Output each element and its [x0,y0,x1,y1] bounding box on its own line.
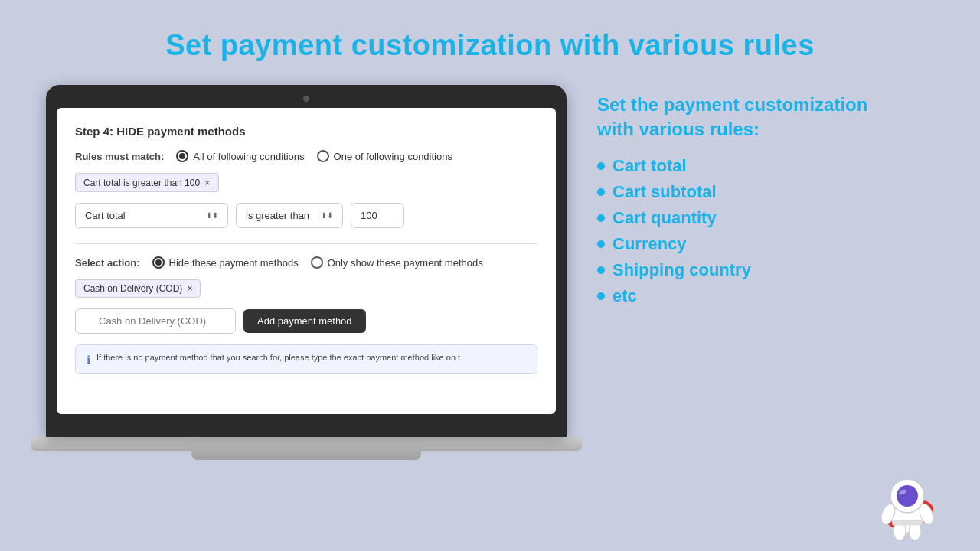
greater-than-arrows: ⬆⬇ [321,211,333,220]
laptop-screen: Step 4: HIDE payment methods Rules must … [57,108,556,414]
condition-tag-text: Cart total is greater than 100 [83,178,200,188]
search-input-wrapper: 🔍 [75,308,236,334]
laptop-stand [191,451,421,460]
list-item: Cart quantity [597,208,949,228]
radio-show-label: Only show these payment methods [328,257,483,269]
radio-one-label: One of following conditions [334,151,452,162]
bullet-dot [597,292,605,300]
radio-hide[interactable]: Hide these payment methods [152,256,299,269]
greater-than-select[interactable]: is greater than ⬆⬇ [236,203,343,228]
bullet-dot [597,188,605,196]
search-add-row: 🔍 Add payment method [75,308,537,334]
subtitle-line2: with various rules: [597,119,760,139]
radio-all-circle[interactable] [176,150,188,162]
info-text: If there is no payment method that you s… [96,353,460,362]
radio-one-circle[interactable] [317,150,329,162]
astronaut-character [858,467,957,543]
radio-hide-label: Hide these payment methods [169,257,299,269]
svg-point-3 [897,485,918,507]
bullet-text: Currency [612,234,687,254]
bullet-text: Cart subtotal [612,182,717,202]
right-subtitle: Set the payment customization with vario… [597,93,949,142]
bullet-dot [597,240,605,248]
add-payment-button[interactable]: Add payment method [243,309,366,333]
subtitle-line1: Set the payment customization [597,94,867,115]
svg-rect-9 [892,520,923,525]
rules-match-row: Rules must match: All of following condi… [75,150,537,162]
select-action-row: Select action: Hide these payment method… [75,256,537,269]
bullet-text: Cart quantity [612,208,717,228]
radio-show[interactable]: Only show these payment methods [311,256,483,269]
laptop-base [31,437,582,451]
radio-all-label: All of following conditions [193,151,304,162]
cart-total-select[interactable]: Cart total ⬆⬇ [75,203,228,228]
cod-tag-text: Cash on Delivery (COD) [83,283,182,294]
condition-tag: Cart total is greater than 100 × [75,173,219,192]
bullet-text: etc [612,286,637,306]
radio-one-condition[interactable]: One of following conditions [317,150,452,162]
value-input[interactable]: 100 [351,203,404,228]
divider [75,243,537,244]
list-item: Cart total [597,156,949,176]
list-item: Currency [597,234,949,254]
list-item: Shipping country [597,260,949,280]
radio-show-circle[interactable] [311,256,323,269]
bullet-text: Cart total [612,156,687,176]
bullet-dot [597,266,605,274]
select-action-label: Select action: [75,257,140,269]
rules-match-label: Rules must match: [75,151,164,162]
info-bar: ℹ If there is no payment method that you… [75,344,537,374]
list-item: etc [597,286,949,306]
radio-hide-circle[interactable] [152,256,165,269]
cart-total-arrows: ⬆⬇ [206,211,218,220]
cod-tag: Cash on Delivery (COD) × [75,279,201,298]
list-item: Cart subtotal [597,182,949,202]
right-panel: Set the payment customization with vario… [597,85,949,312]
search-input[interactable] [75,308,236,334]
info-icon: ℹ [87,354,90,366]
step-title: Step 4: HIDE payment methods [75,125,537,138]
cod-tag-close[interactable]: × [187,283,192,294]
bullet-list: Cart total Cart subtotal Cart quantity C… [597,156,949,306]
bullet-dot [597,162,605,170]
bullet-text: Shipping country [612,260,751,280]
laptop-mockup: Step 4: HIDE payment methods Rules must … [46,85,567,460]
condition-tag-close[interactable]: × [204,177,211,188]
cart-total-label: Cart total [85,210,126,221]
greater-than-label: is greater than [246,210,309,221]
radio-all-conditions[interactable]: All of following conditions [176,150,304,162]
page-title: Set payment customization with various r… [0,0,980,62]
laptop-camera [303,96,309,102]
bullet-dot [597,214,605,222]
condition-row: Cart total ⬆⬇ is greater than ⬆⬇ 100 [75,203,537,228]
